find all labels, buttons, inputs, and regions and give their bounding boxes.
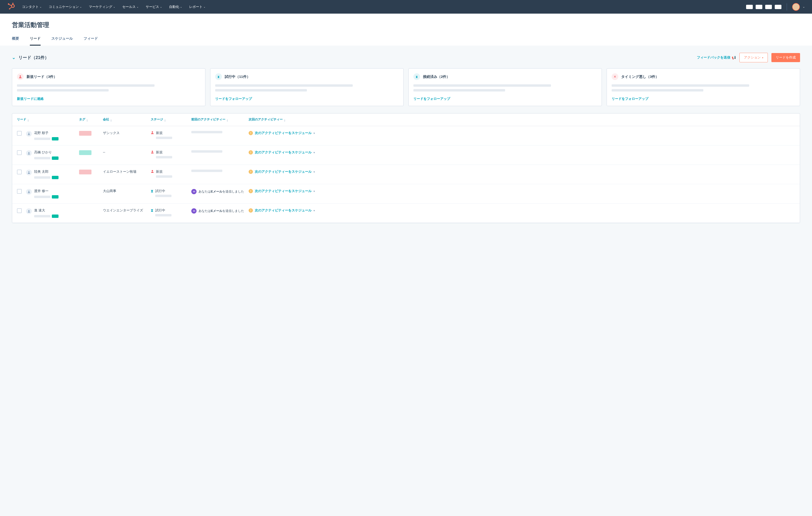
sort-icon: ▲▼ xyxy=(86,119,88,122)
svg-line-6 xyxy=(10,7,12,8)
skeleton xyxy=(156,137,172,139)
svg-point-12 xyxy=(28,172,30,173)
chevron-down-icon: ▾ xyxy=(314,209,315,212)
th-prev-activity[interactable]: 前回のアクティビティー▲▼ xyxy=(191,117,249,122)
card-connected[interactable]: ⧗ 接続済み（2件） リードをフォローアップ xyxy=(408,68,602,106)
lead-name[interactable]: 進 速大 xyxy=(34,208,79,212)
card-bad-timing[interactable]: ✕ タイミング悪し（3件） リードをフォローアップ xyxy=(607,68,800,106)
row-checkbox[interactable] xyxy=(17,189,22,194)
person-icon xyxy=(26,189,32,195)
chevron-down-icon: ▾ xyxy=(314,190,315,193)
hourglass-icon: ⧗ xyxy=(413,73,420,80)
skeleton xyxy=(191,131,222,133)
tab-overview[interactable]: 概要 xyxy=(12,36,19,46)
sort-icon: ▲▼ xyxy=(164,119,166,122)
skeleton xyxy=(156,156,172,159)
nav-item-marketing[interactable]: マーケティング⌄ xyxy=(89,5,115,9)
svg-point-8 xyxy=(28,133,30,134)
nav-item-reports[interactable]: レポート⌄ xyxy=(189,5,205,9)
lead-name[interactable]: 陸奥 太郎 xyxy=(34,170,79,174)
row-checkbox[interactable] xyxy=(17,208,22,213)
lead-name[interactable]: 渡井 修一 xyxy=(34,189,79,193)
table-row: 進 速大 ウエインエンタープライズ ⧗ 試行中 ✉あなたはEメールを送信しました… xyxy=(12,204,800,223)
card-link[interactable]: 新規リードに連絡 xyxy=(17,97,44,101)
lead-name[interactable]: 高橋 ひかり xyxy=(34,150,79,154)
nav-item-communication[interactable]: コミュニケーション⌄ xyxy=(49,5,82,9)
person-icon xyxy=(151,131,154,135)
row-checkbox[interactable] xyxy=(17,150,22,155)
th-tag[interactable]: タグ▲▼ xyxy=(79,117,103,122)
skeleton xyxy=(191,170,222,172)
badge xyxy=(52,137,59,140)
email-icon: ✉ xyxy=(191,208,197,213)
table-row: 陸奥 太郎 イエローストーン牧場 新規 ! 次のアクティビティーをスケジュール … xyxy=(12,165,800,184)
nav-item-sales[interactable]: セールス⌄ xyxy=(122,5,139,9)
card-link[interactable]: リードをフォローアップ xyxy=(413,97,450,101)
tag-pill xyxy=(79,131,91,136)
skeleton xyxy=(413,89,505,91)
card-link[interactable]: リードをフォローアップ xyxy=(215,97,252,101)
person-icon xyxy=(26,170,32,175)
megaphone-icon: 📢 xyxy=(732,56,736,59)
company-name: イエローストーン牧場 xyxy=(103,170,151,174)
chevron-down-icon: ▾ xyxy=(762,56,763,59)
action-button[interactable]: アクション ▾ xyxy=(740,53,768,62)
stage-label: 試行中 xyxy=(155,189,172,193)
nav-item-service[interactable]: サービス⌄ xyxy=(146,5,162,9)
chevron-down-icon[interactable]: ⌄ xyxy=(12,55,16,60)
nav-items: コンタクト⌄ コミュニケーション⌄ マーケティング⌄ セールス⌄ サービス⌄ 自… xyxy=(22,5,746,9)
skeleton xyxy=(34,215,50,218)
th-lead[interactable]: リード▲▼ xyxy=(17,117,79,122)
skeleton xyxy=(155,195,172,197)
skeleton xyxy=(34,157,50,159)
nav-item-contacts[interactable]: コンタクト⌄ xyxy=(22,5,41,9)
row-checkbox[interactable] xyxy=(17,170,22,174)
nav-action-3[interactable] xyxy=(765,5,772,9)
warning-icon: ! xyxy=(249,131,253,135)
skeleton xyxy=(34,196,50,198)
lead-name[interactable]: 花野 順子 xyxy=(34,131,79,135)
feedback-link[interactable]: フィードバックを送信 📢 xyxy=(697,55,736,60)
chevron-down-icon: ⌄ xyxy=(803,5,805,8)
stage-label: 新規 xyxy=(156,150,172,154)
chevron-down-icon: ⌄ xyxy=(160,5,162,8)
skeleton xyxy=(155,214,172,217)
sort-icon: ▲▼ xyxy=(110,119,112,122)
tab-leads[interactable]: リード xyxy=(30,36,40,46)
schedule-next-activity[interactable]: ! 次のアクティビティーをスケジュール ▾ xyxy=(249,208,795,212)
skeleton xyxy=(612,89,703,91)
schedule-next-activity[interactable]: ! 次のアクティビティーをスケジュール ▾ xyxy=(249,131,795,135)
chevron-down-icon: ▾ xyxy=(314,171,315,173)
nav-action-1[interactable] xyxy=(746,5,753,9)
row-checkbox[interactable] xyxy=(17,131,22,136)
hourglass-icon: ⧗ xyxy=(215,73,222,80)
nav-item-automation[interactable]: 自動化⌄ xyxy=(169,5,182,9)
sort-icon: ▲▼ xyxy=(226,119,228,122)
badge xyxy=(52,176,59,179)
hubspot-logo[interactable] xyxy=(7,3,15,11)
tab-feed[interactable]: フィード xyxy=(84,36,98,46)
person-icon xyxy=(26,131,32,137)
schedule-next-activity[interactable]: ! 次のアクティビティーをスケジュール ▾ xyxy=(249,189,795,193)
th-company[interactable]: 会社▲▼ xyxy=(103,117,151,122)
sort-icon: ▲▼ xyxy=(284,119,286,122)
tab-schedule[interactable]: スケジュール xyxy=(51,36,73,46)
top-nav: コンタクト⌄ コミュニケーション⌄ マーケティング⌄ セールス⌄ サービス⌄ 自… xyxy=(0,0,812,13)
skeleton xyxy=(612,84,749,87)
user-avatar[interactable] xyxy=(792,3,800,11)
stage-label: 新規 xyxy=(156,131,172,135)
schedule-next-activity[interactable]: ! 次のアクティビティーをスケジュール ▾ xyxy=(249,170,795,174)
th-next-activity[interactable]: 次回のアクティビティー▲▼ xyxy=(249,117,795,122)
nav-action-2[interactable] xyxy=(756,5,762,9)
create-lead-button[interactable]: リードを作成 xyxy=(772,53,800,62)
chevron-down-icon: ▾ xyxy=(314,151,315,154)
card-trying[interactable]: ⧗ 試行中（11件） リードをフォローアップ xyxy=(210,68,404,106)
schedule-next-activity[interactable]: ! 次のアクティビティーをスケジュール ▾ xyxy=(249,150,795,154)
nav-action-4[interactable] xyxy=(775,5,781,9)
skeleton xyxy=(34,176,50,179)
svg-point-2 xyxy=(12,3,13,4)
th-stage[interactable]: ステージ▲▼ xyxy=(151,117,191,122)
card-link[interactable]: リードをフォローアップ xyxy=(612,97,648,101)
close-icon: ✕ xyxy=(612,73,618,80)
card-new-leads[interactable]: 新規リード（3件） 新規リードに連絡 xyxy=(12,68,205,106)
